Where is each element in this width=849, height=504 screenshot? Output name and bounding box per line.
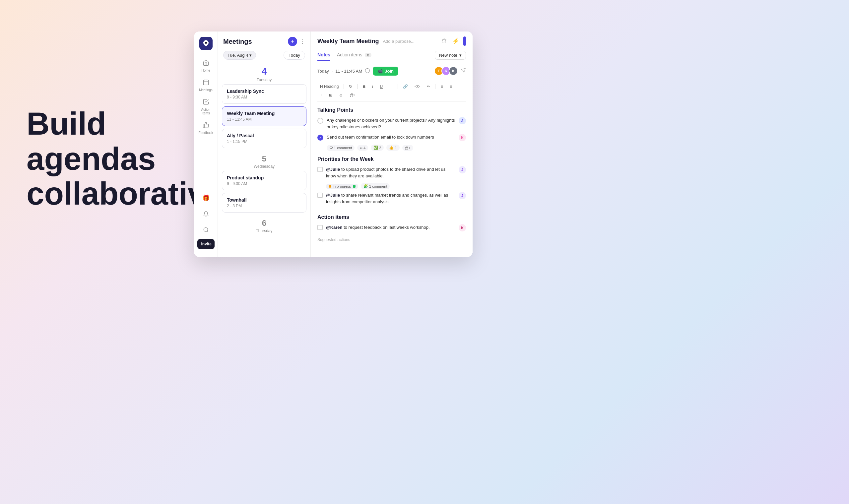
more-options-button[interactable]: ⋮ xyxy=(300,38,305,45)
reaction-check[interactable]: ✅ 2 xyxy=(371,145,384,151)
action-checkbox-1[interactable] xyxy=(318,225,323,230)
meeting-title-townhall: Townhall xyxy=(227,197,302,203)
italic-button[interactable]: I xyxy=(369,83,376,90)
priority-text-1: @Julie to upload product photos to the s… xyxy=(326,166,456,179)
reaction-add[interactable]: @+ xyxy=(402,145,414,151)
in-progress-chip: In progress xyxy=(326,184,358,189)
main-header: Weekly Team Meeting Add a purpose... ⚡ N… xyxy=(311,32,473,61)
checkbox-1[interactable] xyxy=(318,167,323,172)
meetings-header: Meetings + ⋮ xyxy=(218,32,310,49)
meeting-card-weekly-team[interactable]: Weekly Team Meeting 11 - 11:45 AM xyxy=(222,106,306,126)
priority-1-container: @Julie to upload product photos to the s… xyxy=(318,166,456,189)
sidebar-item-meetings[interactable]: Meetings xyxy=(196,76,216,94)
date-picker[interactable]: Tue, Aug 4 ▾ xyxy=(223,51,256,60)
in-progress-label: In progress xyxy=(332,184,351,188)
send-icon[interactable] xyxy=(460,68,466,74)
meeting-time-weekly-team: 11 - 11:45 AM xyxy=(227,117,302,122)
template-button[interactable]: ⊞ xyxy=(326,91,335,99)
meetings-title: Meetings xyxy=(223,38,252,46)
priorities-title: Priorities for the Week xyxy=(318,156,466,162)
day-number-5: 5 xyxy=(222,154,306,163)
action-item-1-row: @Karen to request feedback on last weeks… xyxy=(318,224,466,235)
hero-section: Build agendas collaboratively xyxy=(26,106,219,211)
action-mention-1: @Karen xyxy=(326,225,343,230)
main-body: Today · 11 - 11:45 AM 📹 Join xyxy=(311,61,473,257)
avatar-k2: K xyxy=(449,66,458,76)
lightning-button[interactable]: ⚡ xyxy=(451,36,460,46)
sidebar-item-home[interactable]: Home xyxy=(196,57,216,75)
meeting-title-ally-pascal: Ally / Pascal xyxy=(227,133,302,138)
star-button[interactable] xyxy=(440,36,448,46)
reaction-thumbs[interactable]: 👍 1 xyxy=(386,145,399,151)
join-button[interactable]: 📹 Join xyxy=(373,67,398,76)
date-nav: Tue, Aug 4 ▾ Today xyxy=(218,49,310,63)
priority-1-row: @Julie to upload product photos to the s… xyxy=(318,166,466,189)
priority-text-2: @Julie to share relevant market trends a… xyxy=(326,192,456,205)
sidebar-bottom: 🎁 Invite xyxy=(197,191,215,252)
app-logo[interactable] xyxy=(199,37,213,50)
tp-text-1: Any challenges or blockers on your curre… xyxy=(327,117,456,130)
align-left-button[interactable]: ≡ xyxy=(438,83,446,90)
talking-point-2-container: ✓ Send out team confirmation email to lo… xyxy=(318,134,456,151)
meeting-card-leadership-sync[interactable]: Leadership Sync 9 - 9:30 AM xyxy=(222,84,306,104)
meeting-time-info: Today · 11 - 11:45 AM 📹 Join xyxy=(318,67,398,76)
gift-button[interactable]: 🎁 xyxy=(199,191,213,204)
meeting-title-product-standup: Product standup xyxy=(227,175,302,180)
action-rest-1: to request feedback on last weeks worksh… xyxy=(344,225,430,230)
tab-notes[interactable]: Notes xyxy=(318,49,330,61)
emoji-button[interactable]: ☺ xyxy=(336,91,346,99)
notifications-button[interactable] xyxy=(199,207,213,220)
logo-icon xyxy=(202,39,210,48)
more-format-button[interactable]: ··· xyxy=(387,83,395,90)
tp-circle-2-checked[interactable]: ✓ xyxy=(318,134,323,141)
meetings-header-actions: + ⋮ xyxy=(288,37,305,46)
action-text-1: @Karen to request feedback on last weeks… xyxy=(326,224,456,231)
priority-mention-2: @Julie xyxy=(326,193,340,198)
bold-button[interactable]: B xyxy=(360,83,368,90)
add-block-button[interactable]: + xyxy=(318,91,325,99)
priority-2-row: @Julie to share relevant market trends a… xyxy=(318,192,466,209)
meetings-icon xyxy=(203,79,209,87)
day-group-tuesday: 4 Tuesday Leadership Sync 9 - 9:30 AM We… xyxy=(222,63,306,148)
avatar-stack: T K K xyxy=(434,66,458,76)
svg-rect-1 xyxy=(203,80,208,85)
reaction-check-count: 2 xyxy=(379,146,381,150)
heading-button[interactable]: H Heading xyxy=(318,83,341,90)
reaction-comment[interactable]: 🗨 1 comment xyxy=(327,145,355,151)
day-group-wednesday: 5 Wednesday Product standup 9 - 9:30 AM … xyxy=(222,151,306,213)
new-note-dropdown-icon: ▾ xyxy=(459,53,462,58)
mention-button[interactable]: @+ xyxy=(347,91,359,99)
tab-notes-label: Notes xyxy=(318,52,330,57)
tp-circle-1[interactable] xyxy=(318,118,323,124)
code-button[interactable]: </> xyxy=(412,83,423,90)
invite-button[interactable]: Invite xyxy=(197,239,215,249)
action-1-avatar: K xyxy=(459,224,466,231)
sidebar-item-action-items[interactable]: Action Items xyxy=(196,96,216,118)
refresh-button[interactable]: ↻ xyxy=(346,83,355,90)
meeting-card-townhall[interactable]: Townhall 2 - 3 PM xyxy=(222,193,306,213)
link-button[interactable]: 🔗 xyxy=(400,83,411,90)
main-content: Weekly Team Meeting Add a purpose... ⚡ N… xyxy=(311,32,473,257)
talking-point-2-row: ✓ Send out team confirmation email to lo… xyxy=(318,134,466,151)
meeting-card-product-standup[interactable]: Product standup 9 - 9:30 AM xyxy=(222,171,306,190)
day-number-4: 4 xyxy=(222,66,306,77)
add-meeting-button[interactable]: + xyxy=(288,37,297,46)
align-right-button[interactable]: ≡ xyxy=(447,83,454,90)
sidebar-item-feedback[interactable]: Feedback xyxy=(196,119,216,137)
main-title-row: Weekly Team Meeting Add a purpose... xyxy=(318,38,415,45)
search-button[interactable] xyxy=(199,223,213,236)
priority-1-comment[interactable]: 🧩 1 comment xyxy=(361,183,390,189)
priority-2-container: @Julie to share relevant market trends a… xyxy=(318,192,456,209)
time-range: 11 - 11:45 AM xyxy=(335,69,362,74)
highlight-button[interactable]: ✏ xyxy=(424,83,433,90)
status-dot-orange xyxy=(329,185,331,188)
new-note-button[interactable]: New note ▾ xyxy=(435,51,466,60)
add-purpose-placeholder[interactable]: Add a purpose... xyxy=(383,39,414,44)
reaction-dots[interactable]: •• 4 xyxy=(357,145,368,151)
today-label: Today xyxy=(318,69,329,74)
checkbox-2[interactable] xyxy=(318,193,323,198)
today-button[interactable]: Today xyxy=(284,51,305,60)
tab-action-items[interactable]: Action items 8 xyxy=(337,49,372,61)
underline-button[interactable]: U xyxy=(377,83,385,90)
meeting-card-ally-pascal[interactable]: Ally / Pascal 1 - 1:15 PM xyxy=(222,129,306,148)
